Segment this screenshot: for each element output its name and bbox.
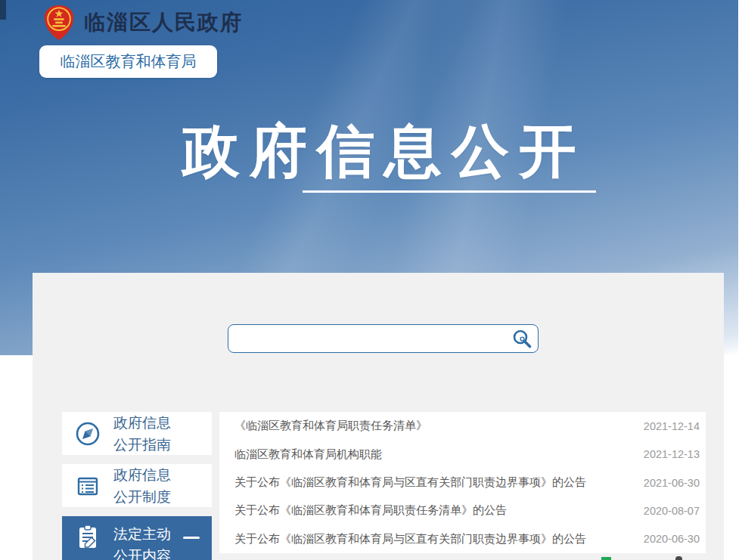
sidebar-item-gov-info-guide[interactable]: 政府信息 公开指南	[62, 412, 212, 455]
article-date: 2020-08-07	[635, 505, 700, 517]
article-date: 2021-06-30	[635, 477, 700, 489]
banner-title: 政府信息公开	[0, 113, 738, 191]
content-panel: 政府信息 公开指南	[33, 273, 724, 560]
article-date: 2021-12-13	[635, 448, 700, 460]
sidebar-item-statutory-disclosure[interactable]: 法定主动 公开内容	[62, 516, 212, 560]
article-date: 2020-06-30	[635, 533, 700, 545]
corner-accent	[0, 0, 6, 20]
sidebar-item-label: 政府信息 公开制度	[113, 464, 171, 508]
cutoff-dark-icon	[675, 556, 682, 560]
article-row[interactable]: 《临淄区教育和体育局职责任务清单》 2021-12-14	[219, 412, 706, 440]
article-title[interactable]: 《临淄区教育和体育局职责任务清单》	[234, 419, 427, 433]
site-brand[interactable]: 临淄区人民政府	[42, 4, 243, 42]
article-row[interactable]: 关于公布《临淄区教育和体育局与区直有关部门职责边界事项》的公告 2020-06-…	[219, 525, 706, 553]
article-list: 《临淄区教育和体育局职责任务清单》 2021-12-14 临淄区教育和体育局机构…	[219, 412, 706, 553]
banner-title-underline	[303, 190, 596, 193]
sidebar-item-gov-info-system[interactable]: 政府信息 公开制度	[62, 464, 212, 507]
department-button[interactable]: 临淄区教育和体育局	[39, 45, 217, 78]
search-icon[interactable]	[511, 327, 533, 350]
sidebar: 政府信息 公开指南	[62, 412, 212, 560]
sidebar-item-label: 法定主动 公开内容	[113, 523, 171, 560]
article-row[interactable]: 临淄区教育和体育局机构职能 2021-12-13	[219, 440, 706, 468]
cutoff-green-icon	[601, 557, 611, 560]
compass-icon	[74, 420, 101, 447]
document-list-icon	[74, 472, 101, 500]
sidebar-item-label: 政府信息 公开指南	[113, 412, 171, 456]
page: 临淄区人民政府 临淄区教育和体育局 政府信息公开	[0, 0, 742, 560]
article-title[interactable]: 关于公布《临淄区教育和体育局与区直有关部门职责边界事项》的公告	[234, 475, 586, 490]
article-date: 2021-12-14	[635, 420, 700, 432]
national-emblem-icon	[42, 4, 76, 42]
collapse-minus-icon[interactable]	[183, 537, 200, 539]
article-title[interactable]: 关于公布《临淄区教育和体育局职责任务清单》的公告	[234, 503, 507, 518]
clipboard-pencil-icon	[74, 523, 101, 550]
article-title[interactable]: 临淄区教育和体育局机构职能	[234, 447, 382, 462]
article-row[interactable]: 关于公布《临淄区教育和体育局职责任务清单》的公告 2020-08-07	[219, 497, 706, 524]
site-name: 临淄区人民政府	[84, 8, 243, 37]
search-input[interactable]	[228, 325, 511, 352]
search-bar	[228, 324, 539, 353]
article-title[interactable]: 关于公布《临淄区教育和体育局与区直有关部门职责边界事项》的公告	[234, 532, 586, 546]
article-row[interactable]: 关于公布《临淄区教育和体育局与区直有关部门职责边界事项》的公告 2021-06-…	[219, 469, 706, 497]
